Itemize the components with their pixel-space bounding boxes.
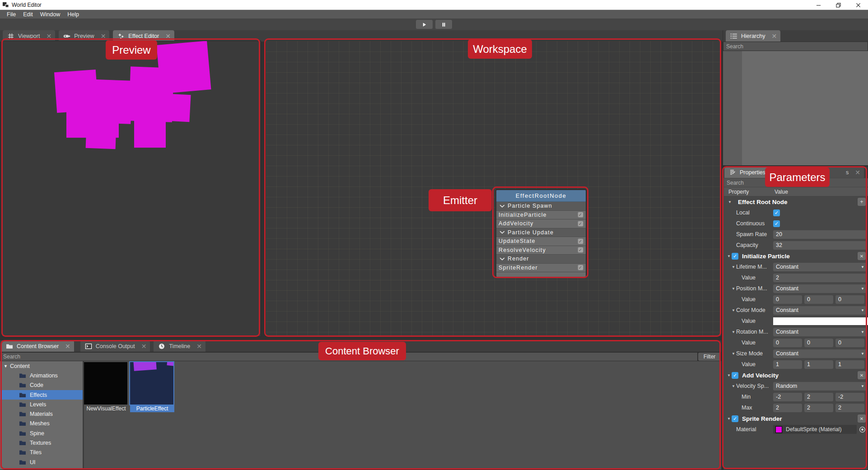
close-icon[interactable]: ✕ bbox=[65, 344, 70, 349]
tree-folder-animations[interactable]: Animations bbox=[0, 371, 83, 380]
menu-item-window[interactable]: Window bbox=[37, 11, 63, 18]
tab-viewport[interactable]: Viewport✕ bbox=[3, 30, 55, 42]
node-checkbox[interactable]: ✓ bbox=[578, 212, 583, 218]
hierarchy-search-input[interactable] bbox=[723, 42, 868, 51]
pause-button[interactable] bbox=[435, 20, 452, 29]
expander-icon[interactable]: ▼ bbox=[731, 384, 736, 388]
menu-item-edit[interactable]: Edit bbox=[20, 11, 36, 18]
expander-icon[interactable]: ▼ bbox=[731, 330, 736, 334]
expander-icon[interactable]: ▼ bbox=[726, 417, 732, 421]
value-dropdown[interactable]: Constant▼ bbox=[773, 349, 867, 358]
filter-button[interactable]: Filter bbox=[698, 353, 721, 361]
tree-folder-textures[interactable]: Textures bbox=[0, 438, 83, 447]
remove-button[interactable]: ✕ bbox=[858, 414, 866, 423]
value-field[interactable]: 0 bbox=[835, 295, 864, 304]
close-icon[interactable]: ✕ bbox=[772, 34, 777, 38]
section-checkbox[interactable]: ✓ bbox=[732, 372, 738, 379]
section-checkbox[interactable]: ✓ bbox=[732, 253, 738, 260]
play-button[interactable] bbox=[416, 20, 433, 29]
expander-icon[interactable]: ▼ bbox=[731, 287, 736, 291]
material-field[interactable]: DefaultSprite (Material) bbox=[773, 425, 857, 434]
restore-button[interactable] bbox=[828, 0, 848, 10]
target-icon[interactable] bbox=[859, 426, 866, 433]
node-checkbox[interactable]: ✓ bbox=[578, 221, 583, 227]
tab-preview[interactable]: Preview✕ bbox=[59, 30, 109, 42]
close-icon[interactable]: ✕ bbox=[46, 34, 51, 38]
expander-icon[interactable]: ▼ bbox=[731, 265, 736, 269]
close-icon[interactable]: ✕ bbox=[101, 34, 106, 38]
chevron-down-icon[interactable]: ▼ bbox=[4, 364, 10, 368]
expander-icon[interactable]: ▼ bbox=[726, 373, 732, 377]
value-field[interactable]: 0 bbox=[773, 339, 802, 347]
close-icon[interactable]: ✕ bbox=[165, 34, 171, 38]
tab-console-output[interactable]: Console Output✕ bbox=[80, 340, 150, 352]
tab-content-browser[interactable]: Content Browser✕ bbox=[1, 340, 74, 352]
node-row-initializeparticle[interactable]: InitializeParticle✓ bbox=[496, 211, 586, 220]
value-field[interactable]: -2 bbox=[835, 393, 864, 401]
color-swatch[interactable] bbox=[773, 317, 868, 325]
node-checkbox[interactable]: ✓ bbox=[578, 265, 583, 270]
remove-button[interactable]: ✕ bbox=[858, 252, 866, 260]
value-field[interactable]: 0 bbox=[804, 339, 833, 347]
section-checkbox[interactable]: ✓ bbox=[732, 415, 738, 422]
minimize-button[interactable] bbox=[808, 0, 828, 10]
menu-item-file[interactable]: File bbox=[4, 11, 19, 18]
value-field[interactable]: 2 bbox=[804, 393, 833, 401]
add-button[interactable]: + bbox=[858, 198, 866, 206]
value-dropdown[interactable]: Random▼ bbox=[773, 382, 867, 391]
node-row-spriterender[interactable]: SpriteRender✓ bbox=[496, 264, 586, 273]
value-field[interactable]: 32 bbox=[773, 241, 867, 250]
node-checkbox[interactable]: ✓ bbox=[578, 247, 583, 253]
expander-icon[interactable]: ▼ bbox=[731, 352, 736, 356]
value-field[interactable]: 2 bbox=[773, 274, 867, 282]
tree-folder-meshes[interactable]: Meshes bbox=[0, 419, 83, 428]
content-item-particleeffect[interactable]: ParticleEffect bbox=[130, 362, 174, 412]
property-checkbox[interactable]: ✓ bbox=[773, 209, 780, 216]
tab-timeline[interactable]: Timeline✕ bbox=[154, 340, 205, 352]
value-field[interactable]: 0 bbox=[804, 295, 833, 304]
chevron-down-icon[interactable] bbox=[499, 257, 505, 261]
tree-folder-spine[interactable]: Spine bbox=[0, 428, 83, 438]
tree-folder-effects[interactable]: Effects bbox=[0, 390, 83, 400]
value-field[interactable]: 1 bbox=[773, 360, 802, 369]
close-icon[interactable]: ✕ bbox=[141, 344, 147, 349]
node-row-resolvevelocity[interactable]: ResolveVelocity✓ bbox=[496, 246, 586, 255]
close-icon[interactable]: ✕ bbox=[196, 344, 202, 349]
node-row-particle-update[interactable]: Particle Update bbox=[496, 228, 586, 237]
value-dropdown[interactable]: Constant▼ bbox=[773, 263, 867, 271]
menu-item-help[interactable]: Help bbox=[64, 11, 82, 18]
content-item-newvisualeffect[interactable]: NewVisualEffect bbox=[84, 362, 128, 412]
expander-icon[interactable]: ▼ bbox=[731, 308, 736, 312]
value-field[interactable]: 2 bbox=[773, 404, 802, 412]
tree-folder-ui[interactable]: UI bbox=[0, 457, 83, 467]
value-field[interactable]: 0 bbox=[835, 339, 864, 347]
node-row-render[interactable]: Render bbox=[496, 255, 586, 264]
value-field[interactable]: -2 bbox=[773, 393, 802, 401]
value-dropdown[interactable]: Constant▼ bbox=[773, 306, 867, 315]
tree-folder-code[interactable]: Code bbox=[0, 381, 83, 390]
chevron-down-icon[interactable] bbox=[499, 231, 505, 234]
tree-folder-levels[interactable]: Levels bbox=[0, 400, 83, 409]
node-row-addvelocity[interactable]: AddVelocity✓ bbox=[496, 219, 586, 228]
tree-folder-tiles[interactable]: Tiles bbox=[0, 448, 83, 457]
value-field[interactable]: 0 bbox=[773, 295, 802, 304]
expander-icon[interactable]: ▼ bbox=[726, 254, 732, 258]
value-field[interactable]: 2 bbox=[835, 404, 864, 412]
value-dropdown[interactable]: Constant▼ bbox=[773, 284, 867, 293]
tree-root-content[interactable]: ▼Content bbox=[0, 361, 83, 371]
value-field[interactable]: 1 bbox=[804, 360, 833, 369]
expander-icon[interactable]: ▼ bbox=[727, 200, 733, 204]
node-row-particle-spawn[interactable]: Particle Spawn bbox=[496, 202, 586, 211]
value-field[interactable]: 2 bbox=[804, 404, 833, 412]
tab-hierarchy[interactable]: Hierarchy ✕ bbox=[726, 30, 780, 42]
chevron-down-icon[interactable] bbox=[499, 205, 505, 208]
node-row-updatestate[interactable]: UpdateState✓ bbox=[496, 237, 586, 246]
node-checkbox[interactable]: ✓ bbox=[578, 238, 583, 244]
value-field[interactable]: 1 bbox=[835, 360, 864, 369]
tree-folder-materials[interactable]: Materials bbox=[0, 409, 83, 419]
remove-button[interactable]: ✕ bbox=[858, 371, 866, 379]
value-field[interactable]: 20 bbox=[773, 230, 867, 239]
close-button[interactable] bbox=[848, 0, 868, 10]
effect-root-node[interactable]: EffectRootNode Particle SpawnInitializeP… bbox=[495, 189, 587, 278]
value-dropdown[interactable]: Constant▼ bbox=[773, 328, 867, 336]
